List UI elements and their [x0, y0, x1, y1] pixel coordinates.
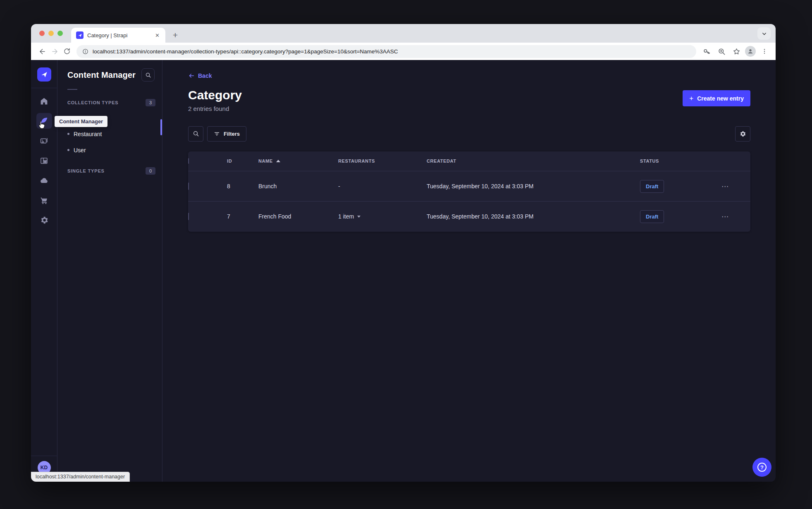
subnav-item-restaurant[interactable]: Restaurant: [57, 126, 162, 142]
page-headline: Category 2 entries found + Create new en…: [188, 88, 750, 112]
header-name[interactable]: NAME: [258, 151, 338, 171]
row-actions-button[interactable]: ⋯: [721, 213, 729, 221]
list-actions-row: Filters: [188, 126, 750, 142]
header-createdat[interactable]: CREATEDAT: [427, 151, 640, 171]
chevron-down-icon: [762, 31, 767, 36]
back-link[interactable]: Back: [188, 72, 212, 79]
sidebar-item-marketplace[interactable]: [36, 192, 52, 208]
browser-tab[interactable]: Category | Strapi ✕: [71, 28, 165, 43]
header-restaurants[interactable]: RESTAURANTS: [338, 151, 427, 171]
bullet-icon: [67, 133, 69, 135]
cell-restaurants[interactable]: 1 item: [338, 213, 361, 220]
row-checkbox[interactable]: [188, 182, 189, 190]
magnifier-plus-icon: [718, 48, 726, 55]
browser-status-bar: localhost:1337/admin/content-manager: [31, 472, 130, 482]
sidebar-item-content-type-builder[interactable]: [36, 153, 52, 168]
tab-search-button[interactable]: [757, 27, 771, 40]
header-status[interactable]: STATUS: [640, 151, 721, 171]
main-sidebar: KD: [31, 60, 57, 482]
filter-icon: [214, 131, 220, 137]
star-icon: [733, 48, 740, 55]
zoom-button[interactable]: [715, 45, 728, 58]
subnav-title: Content Manager: [67, 70, 136, 80]
feather-pen-icon: [40, 117, 48, 125]
bullet-icon: [67, 149, 69, 151]
strapi-logo[interactable]: [37, 67, 51, 82]
cell-createdat: Tuesday, September 10, 2024 at 3:03 PM: [427, 171, 640, 202]
header-id[interactable]: ID: [220, 151, 258, 171]
rail-nav: [36, 93, 52, 228]
entries-table: ID NAME RESTAURANTS CREATEDAT STATUS: [188, 151, 750, 232]
profile-button[interactable]: [745, 46, 756, 57]
table-row[interactable]: 7 French Food 1 item Tuesday, September …: [188, 202, 750, 232]
collection-types-count-badge: 3: [146, 99, 155, 106]
subnav-item-user[interactable]: User: [57, 142, 162, 158]
person-icon: [747, 48, 754, 55]
subnav-item-label: Restaurant: [74, 131, 102, 137]
single-types-label: SINGLE TYPES: [67, 168, 105, 173]
forward-button[interactable]: [48, 45, 61, 58]
page-info-icon[interactable]: [82, 48, 88, 55]
page-title: Category: [188, 88, 242, 103]
table-row[interactable]: 8 Brunch - Tuesday, September 10, 2024 a…: [188, 171, 750, 202]
sidebar-item-deploy[interactable]: [36, 173, 52, 188]
search-entries-button[interactable]: [188, 126, 203, 142]
filters-button[interactable]: Filters: [207, 126, 246, 142]
close-window-button[interactable]: [39, 31, 45, 36]
subnav-search-button[interactable]: [141, 68, 155, 82]
back-button[interactable]: [36, 45, 48, 58]
strapi-logo-icon: [41, 71, 48, 78]
browser-toolbar: localhost:1337/admin/content-manager/col…: [31, 43, 776, 60]
row-checkbox[interactable]: [188, 213, 189, 220]
media-library-icon: [40, 137, 48, 145]
browser-window: Category | Strapi ✕ + localhost:1337/adm…: [31, 24, 776, 482]
tab-close-icon[interactable]: ✕: [153, 31, 161, 39]
cell-name: Brunch: [258, 171, 338, 202]
cell-name: French Food: [258, 202, 338, 232]
arrow-right-icon: [51, 48, 59, 55]
window-controls: [39, 24, 63, 43]
rail-bottom-divider: [31, 456, 57, 456]
question-mark-icon: ?: [757, 463, 767, 472]
sidebar-item-settings[interactable]: [36, 212, 52, 228]
create-new-entry-button[interactable]: + Create new entry: [683, 90, 750, 106]
select-all-checkbox[interactable]: [188, 158, 189, 164]
cart-icon: [40, 196, 48, 205]
subnav-divider: [67, 89, 77, 90]
single-types-count-badge: 0: [146, 167, 155, 175]
password-manager-button[interactable]: [700, 45, 713, 58]
plus-icon: +: [689, 95, 693, 102]
maximize-window-button[interactable]: [57, 31, 63, 36]
sidebar-item-media-library[interactable]: [36, 133, 52, 149]
search-icon: [193, 130, 199, 137]
address-bar[interactable]: localhost:1337/admin/content-manager/col…: [76, 45, 696, 58]
sort-ascending-icon: [276, 160, 280, 162]
active-item-indicator: [160, 119, 162, 135]
row-actions-button[interactable]: ⋯: [721, 182, 729, 190]
arrow-left-icon: [38, 48, 46, 55]
status-badge: Draft: [640, 210, 664, 223]
entries-count: 2 entries found: [188, 105, 242, 112]
new-tab-button[interactable]: +: [170, 29, 181, 41]
strapi-favicon-icon: [76, 31, 84, 39]
strapi-admin: KD Content Manager COLLECTION TYPES 3: [31, 60, 776, 482]
cell-id: 8: [220, 171, 258, 202]
tab-title: Category | Strapi: [87, 32, 150, 38]
arrow-left-icon: [188, 72, 195, 79]
tab-strip: Category | Strapi ✕ +: [31, 24, 776, 43]
search-icon: [145, 72, 151, 78]
layout-icon: [40, 156, 48, 165]
toolbar-right-icons: [700, 45, 771, 58]
minimize-window-button[interactable]: [48, 31, 54, 36]
help-button[interactable]: ?: [752, 458, 771, 477]
reload-button[interactable]: [61, 45, 73, 58]
cell-id: 7: [220, 202, 258, 232]
content-manager-tooltip: Content Manager: [55, 116, 107, 127]
browser-menu-button[interactable]: [758, 45, 771, 58]
key-icon: [703, 48, 711, 55]
sidebar-item-home[interactable]: [36, 93, 52, 109]
view-settings-button[interactable]: [735, 126, 750, 142]
sidebar-item-content-manager[interactable]: [36, 113, 52, 129]
bookmark-button[interactable]: [730, 45, 743, 58]
reload-icon: [63, 48, 71, 55]
